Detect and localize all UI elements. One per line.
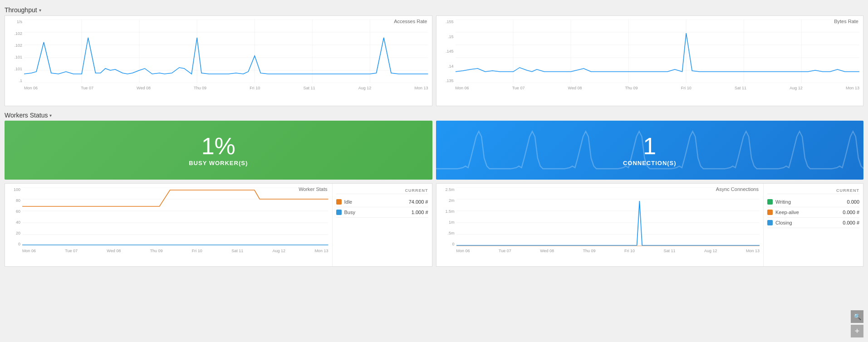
worker-stats-y-axis: 100 80 60 40 20 0 [9, 187, 21, 246]
bytes-chart-container: .155 .15 .145 .14 .135 [440, 20, 860, 92]
idle-label: Idle [344, 199, 353, 205]
worker-stats-panel: Worker Stats 100 80 60 40 20 0 [5, 183, 432, 267]
connections-panel: 1 CONNECTION(S) [436, 121, 864, 180]
keepalive-value: 0.000 # [843, 210, 859, 215]
bytes-y-axis: .155 .15 .145 .14 .135 [440, 20, 455, 83]
busy-row: Busy 1.000 # [336, 207, 428, 218]
throughput-charts-row: Accesses Rate 1/s .102 .102 .101 .101 .1 [5, 15, 863, 106]
bytes-chart-area [456, 20, 860, 92]
writing-label: Writing [775, 199, 791, 205]
worker-stats-chart: Mon 06 Tue 07 Wed 08 Thu 09 Fri 10 Sat 1… [22, 187, 329, 255]
busy-value: 1.000 # [412, 210, 428, 215]
async-y-axis: 2.5m 2m 1.5m 1m .5m 0 [440, 187, 456, 246]
bytes-rate-panel: Bytes Rate .155 .15 .145 .14 .135 [436, 15, 864, 106]
busy-color-box [336, 210, 342, 215]
async-stats-header: CURRENT [767, 187, 859, 194]
async-connections-panel: Async Connections 2.5m 2m 1.5m 1m .5m 0 [436, 183, 864, 267]
throughput-section: Throughput ▾ Accesses Rate 1/s .102 .102… [5, 5, 863, 106]
workers-status-title: Workers Status [5, 112, 48, 119]
async-chart: Mon 06 Tue 07 Wed 08 Thu 09 Fri 10 Sat 1… [456, 187, 760, 255]
connections-label: CONNECTION(S) [623, 160, 677, 166]
idle-color-box [336, 199, 342, 205]
accesses-chart-area [24, 20, 428, 92]
writing-value: 0.000 [847, 199, 859, 205]
keepalive-label: Keep-alive [775, 210, 799, 215]
bytes-x-axis: Mon 06 Tue 07 Wed 08 Thu 09 Fri 10 Sat 1… [456, 86, 860, 90]
worker-stats-x-axis: Mon 06 Tue 07 Wed 08 Thu 09 Fri 10 Sat 1… [22, 249, 329, 253]
worker-stats-table: CURRENT Idle 74.000 # Busy [332, 184, 432, 266]
stat-panels-row: 1% BUSY WORKER(S) 1 CONNECTION(S) [5, 121, 863, 180]
busy-workers-label: BUSY WORKER(S) [189, 160, 248, 166]
workers-status-section: Workers Status ▾ 1% BUSY WORKER(S) 1 CON… [5, 110, 863, 267]
keepalive-row: Keep-alive 0.000 # [767, 207, 859, 218]
async-x-axis: Mon 06 Tue 07 Wed 08 Thu 09 Fri 10 Sat 1… [456, 249, 760, 253]
worker-stats-header: CURRENT [336, 187, 428, 194]
workers-status-chevron: ▾ [49, 113, 52, 118]
accesses-x-axis: Mon 06 Tue 07 Wed 08 Thu 09 Fri 10 Sat 1… [24, 86, 428, 90]
closing-row: Closing 0.000 # [767, 218, 859, 228]
writing-row: Writing 0.000 [767, 197, 859, 207]
throughput-chevron: ▾ [39, 8, 41, 13]
closing-color-box [767, 220, 773, 225]
throughput-title: Throughput [5, 6, 37, 14]
async-chart-area: Async Connections 2.5m 2m 1.5m 1m .5m 0 [436, 184, 764, 266]
writing-color-box [767, 199, 773, 205]
connections-number: 1 [643, 134, 656, 158]
busy-label: Busy [344, 210, 355, 215]
worker-stats-chart-area: Worker Stats 100 80 60 40 20 0 [5, 184, 332, 266]
throughput-header[interactable]: Throughput ▾ [5, 5, 863, 15]
busy-workers-number: 1% [201, 134, 235, 158]
closing-value: 0.000 # [843, 220, 859, 225]
dashboard: Throughput ▾ Accesses Rate 1/s .102 .102… [0, 0, 868, 271]
accesses-chart-container: 1/s .102 .102 .101 .101 .1 [9, 20, 428, 92]
workers-status-header[interactable]: Workers Status ▾ [5, 110, 863, 121]
closing-label: Closing [775, 220, 792, 225]
busy-workers-panel: 1% BUSY WORKER(S) [5, 121, 432, 180]
bottom-charts-row: Worker Stats 100 80 60 40 20 0 [5, 183, 863, 267]
keepalive-color-box [767, 210, 773, 215]
accesses-rate-panel: Accesses Rate 1/s .102 .102 .101 .101 .1 [5, 15, 432, 106]
idle-row: Idle 74.000 # [336, 197, 428, 207]
async-stats-table: CURRENT Writing 0.000 Keep-alive [763, 184, 863, 266]
accesses-y-axis: 1/s .102 .102 .101 .101 .1 [9, 20, 23, 83]
idle-value: 74.000 # [409, 199, 428, 205]
